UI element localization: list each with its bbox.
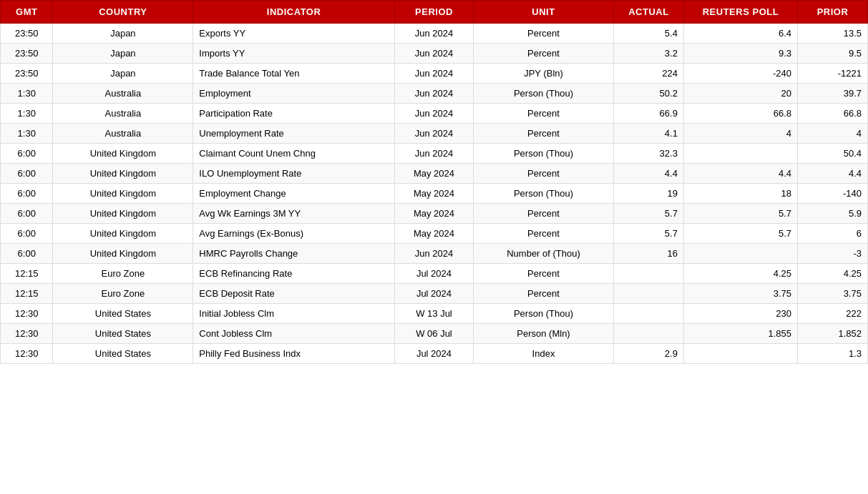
table-cell: Person (Thou) [474,84,614,104]
table-cell: Japan [53,24,193,44]
table-cell [613,264,683,284]
table-cell: 4.25 [683,264,797,284]
table-cell [613,304,683,324]
table-row: 6:00United KingdomAvg Earnings (Ex-Bonus… [1,224,868,244]
table-cell: Percent [474,24,614,44]
table-cell: 23:50 [1,64,53,84]
table-cell: -3 [798,244,868,264]
table-cell: 6:00 [1,224,53,244]
table-cell: United States [53,344,193,364]
table-cell: 19 [613,184,683,204]
table-cell: 6.4 [683,24,797,44]
table-cell: 5.9 [798,204,868,224]
table-cell: Australia [53,124,193,144]
table-cell: 50.4 [798,144,868,164]
header-indicator: INDICATOR [193,1,395,24]
table-cell: Percent [474,164,614,184]
table-cell: Employment Change [193,184,395,204]
table-cell: Jun 2024 [394,24,473,44]
table-row: 12:30United StatesCont Jobless ClmW 06 J… [1,324,868,344]
table-cell: 20 [683,84,797,104]
table-cell: HMRC Payrolls Change [193,244,395,264]
table-cell: 39.7 [798,84,868,104]
table-cell: ILO Unemployment Rate [193,164,395,184]
table-cell: May 2024 [394,224,473,244]
header-gmt: GMT [1,1,53,24]
table-cell: May 2024 [394,164,473,184]
table-cell: 3.75 [798,284,868,304]
table-cell: Percent [474,264,614,284]
table-cell: 50.2 [613,84,683,104]
table-cell: 6:00 [1,184,53,204]
table-cell [683,344,797,364]
table-cell: Claimant Count Unem Chng [193,144,395,164]
table-row: 12:30United StatesInitial Jobless ClmW 1… [1,304,868,324]
table-cell: 5.7 [613,224,683,244]
table-cell: Person (Thou) [474,184,614,204]
table-cell: 230 [683,304,797,324]
header-reuters-poll: REUTERS POLL [683,1,797,24]
table-cell [613,284,683,304]
table-cell: 4.1 [613,124,683,144]
table-cell: United Kingdom [53,164,193,184]
table-body: 23:50JapanExports YYJun 2024Percent5.46.… [1,24,868,364]
table-row: 23:50JapanExports YYJun 2024Percent5.46.… [1,24,868,44]
table-cell: 4.4 [798,164,868,184]
table-cell: Percent [474,104,614,124]
table-cell: 5.7 [613,204,683,224]
table-cell: 3.2 [613,44,683,64]
table-cell: May 2024 [394,204,473,224]
header-prior: PRIOR [798,1,868,24]
table-cell: 4 [798,124,868,144]
table-cell: 5.4 [613,24,683,44]
table-cell: Person (Mln) [474,324,614,344]
table-cell: Avg Wk Earnings 3M YY [193,204,395,224]
table-cell: 222 [798,304,868,324]
table-cell: 12:30 [1,324,53,344]
table-cell: Jun 2024 [394,144,473,164]
table-cell: 13.5 [798,24,868,44]
table-cell: Jun 2024 [394,124,473,144]
table-cell: United States [53,324,193,344]
table-cell: Person (Thou) [474,144,614,164]
table-cell: 66.8 [683,104,797,124]
table-cell: Japan [53,64,193,84]
table-cell: 2.9 [613,344,683,364]
table-cell: 4.25 [798,264,868,284]
table-cell: Philly Fed Business Indx [193,344,395,364]
table-cell: 12:30 [1,304,53,324]
table-cell: Percent [474,224,614,244]
table-cell: 12:15 [1,284,53,304]
table-cell: 66.8 [798,104,868,124]
table-cell: United States [53,304,193,324]
table-cell: Initial Jobless Clm [193,304,395,324]
table-cell: Number of (Thou) [474,244,614,264]
header-actual: ACTUAL [613,1,683,24]
table-cell: 23:50 [1,44,53,64]
table-cell: 1:30 [1,124,53,144]
table-cell: 4 [683,124,797,144]
table-cell: ECB Deposit Rate [193,284,395,304]
table-cell: Euro Zone [53,284,193,304]
table-cell: JPY (Bln) [474,64,614,84]
table-cell: United Kingdom [53,244,193,264]
table-cell: United Kingdom [53,224,193,244]
table-cell: Cont Jobless Clm [193,324,395,344]
table-row: 12:30United StatesPhilly Fed Business In… [1,344,868,364]
table-cell: 6:00 [1,204,53,224]
table-cell: 6:00 [1,164,53,184]
table-cell: Japan [53,44,193,64]
table-cell: -240 [683,64,797,84]
table-cell: Index [474,344,614,364]
table-cell: 6:00 [1,144,53,164]
table-cell: 12:15 [1,264,53,284]
table-cell: Australia [53,104,193,124]
table-cell: 6 [798,224,868,244]
table-cell: Jun 2024 [394,44,473,64]
table-cell: Percent [474,284,614,304]
table-cell: 6:00 [1,244,53,264]
table-cell: Avg Earnings (Ex-Bonus) [193,224,395,244]
table-cell: 1.855 [683,324,797,344]
table-cell: 4.4 [613,164,683,184]
table-row: 1:30AustraliaParticipation RateJun 2024P… [1,104,868,124]
